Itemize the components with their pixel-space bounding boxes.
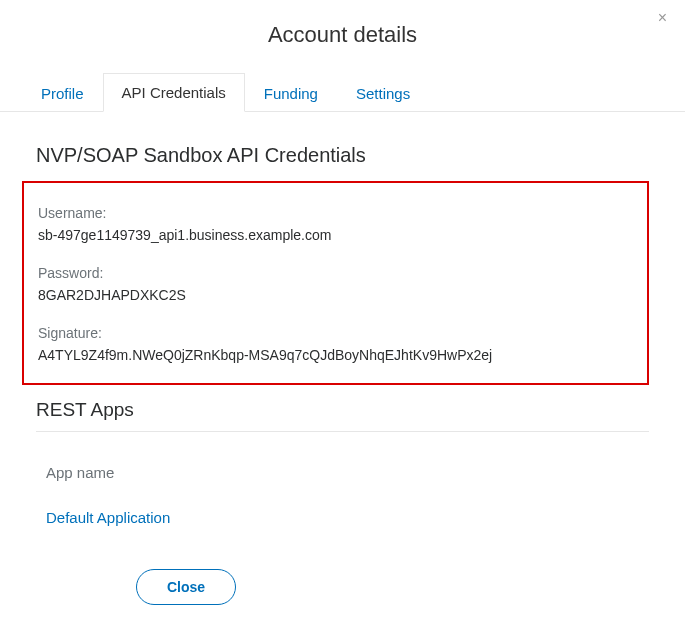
credential-password: Password: 8GAR2DJHAPDXKC2S bbox=[38, 265, 633, 303]
tab-api-credentials[interactable]: API Credentials bbox=[103, 73, 245, 112]
signature-value: A4TYL9Z4f9m.NWeQ0jZRnKbqp-MSA9q7cQJdBoyN… bbox=[38, 347, 633, 363]
app-name-header: App name bbox=[46, 464, 649, 481]
tab-funding[interactable]: Funding bbox=[245, 74, 337, 112]
tab-settings[interactable]: Settings bbox=[337, 74, 429, 112]
dialog-title: Account details bbox=[0, 0, 685, 72]
password-value: 8GAR2DJHAPDXKC2S bbox=[38, 287, 633, 303]
password-label: Password: bbox=[38, 265, 633, 281]
tabs: Profile API Credentials Funding Settings bbox=[0, 72, 685, 112]
dialog-actions: Close bbox=[36, 527, 649, 605]
close-button[interactable]: Close bbox=[136, 569, 236, 605]
signature-label: Signature: bbox=[38, 325, 633, 341]
credential-signature: Signature: A4TYL9Z4f9m.NWeQ0jZRnKbqp-MSA… bbox=[38, 325, 633, 363]
credentials-section-title: NVP/SOAP Sandbox API Credentials bbox=[36, 144, 649, 167]
tab-content: NVP/SOAP Sandbox API Credentials Usernam… bbox=[0, 112, 685, 605]
app-link-default[interactable]: Default Application bbox=[46, 509, 170, 526]
username-value: sb-497ge1149739_api1.business.example.co… bbox=[38, 227, 633, 243]
tab-profile[interactable]: Profile bbox=[22, 74, 103, 112]
rest-apps-title: REST Apps bbox=[36, 399, 649, 421]
divider bbox=[36, 431, 649, 432]
rest-apps-section: REST Apps App name Default Application bbox=[36, 399, 649, 527]
credentials-highlight-box: Username: sb-497ge1149739_api1.business.… bbox=[22, 181, 649, 385]
close-icon[interactable]: × bbox=[658, 10, 667, 26]
credential-username: Username: sb-497ge1149739_api1.business.… bbox=[38, 205, 633, 243]
username-label: Username: bbox=[38, 205, 633, 221]
